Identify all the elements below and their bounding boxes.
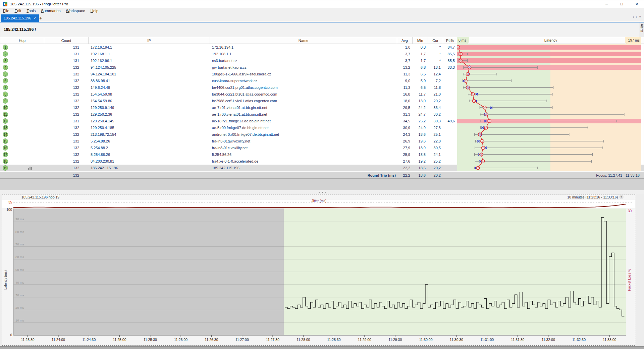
bottom-scrollbar[interactable]	[0, 346, 644, 349]
cell-name: ae-7.r01.vienat01.at.bb.gin.ntt.net	[210, 106, 397, 110]
cell-count: 132	[44, 166, 89, 170]
cell-name: andronet-0.r00.frnkge07.de.bb.gin.ntt.ne…	[210, 132, 397, 136]
tab-nav-arrows-icon[interactable]: ‹›˅	[633, 15, 643, 19]
hop-badge: 8	[3, 92, 8, 97]
cell-ip: 192.162.96.1	[89, 59, 210, 63]
col-ip[interactable]: IP	[89, 37, 210, 44]
menu-summaries[interactable]: Summaries	[38, 8, 63, 13]
cell-avg: 27,6	[397, 159, 413, 163]
cell-name: ae-5.r00.frnkge07.de.bb.gin.ntt.net	[210, 126, 397, 130]
cell-cur: 36,4	[428, 106, 443, 110]
col-hop[interactable]: Hop	[0, 37, 44, 44]
cell-avg: 26,9	[397, 139, 413, 143]
latency-scale-max: 197 ms	[625, 37, 641, 44]
cell-avg: 22,2	[397, 166, 413, 170]
cell-min: 11,7	[413, 92, 428, 96]
tab-target[interactable]: 185.242.115.196 ✓	[1, 14, 39, 22]
cell-min: 19,6	[413, 139, 428, 143]
round-trip-avg: 22,2	[397, 173, 413, 177]
hop-badge: 6	[3, 78, 8, 83]
cell-pl: 49,6	[443, 119, 457, 123]
cell-name: be4406.ccr21.prg01.atlas.cogentco.com	[210, 85, 397, 90]
cell-cur: 24,1	[428, 153, 443, 157]
timegraph-range-select[interactable]: 10 minutes (11:23:16 - 11:33:16) ▼	[567, 195, 624, 199]
svg-text:11:33:00: 11:33:00	[603, 338, 616, 342]
cell-pl: 84,7	[443, 45, 457, 49]
svg-text:11:32:30: 11:32:30	[572, 338, 586, 342]
cell-count: 132	[44, 79, 89, 83]
svg-text:Packet Loss %: Packet Loss %	[628, 269, 631, 291]
cell-count: 132	[44, 153, 89, 157]
col-count[interactable]: Count	[44, 37, 89, 44]
cell-min: 19,2	[413, 159, 428, 163]
svg-text:11:31:00: 11:31:00	[480, 338, 494, 342]
cell-cur: 20,2	[428, 166, 443, 170]
maximize-icon[interactable]: ❐	[614, 0, 629, 8]
app-icon	[3, 2, 7, 6]
cell-cur: 25,1	[428, 132, 443, 136]
cell-ip: 129.250.9.149	[89, 106, 210, 110]
cell-cur: 21,0	[428, 92, 443, 96]
cell-ip: 5.254.88.2	[89, 146, 210, 150]
hop-badge: 12	[3, 118, 8, 124]
cell-count: 132	[44, 99, 89, 103]
timegraph-plot[interactable]: 90 ms80 ms70 ms60 ms50 ms40 ms30 ms20 ms…	[2, 194, 635, 345]
hop-badge: 16	[3, 145, 8, 151]
cell-pl: 85,5	[443, 52, 457, 56]
cell-avg: 27,9	[397, 146, 413, 150]
cell-name: be2988.ccr51.vie01.atlas.cogentco.com	[210, 99, 397, 103]
svg-text:11:29:30: 11:29:30	[388, 338, 402, 342]
cell-ip: 94.124.104.101	[89, 72, 210, 76]
col-min[interactable]: Min	[413, 37, 428, 44]
cell-pl: 33,3	[443, 65, 457, 69]
col-name[interactable]: Name	[210, 37, 397, 44]
col-latency[interactable]: 0 ms Latency 197 ms	[457, 37, 644, 44]
menu-help[interactable]: Help	[88, 8, 101, 13]
menu-file[interactable]: File	[0, 8, 12, 13]
menu-workspace[interactable]: Workspace	[63, 8, 88, 13]
svg-text:11:25:00: 11:25:00	[113, 338, 126, 342]
svg-text:30 ms: 30 ms	[15, 293, 24, 297]
col-avg[interactable]: Avg	[397, 37, 413, 44]
hop-badge: 7	[3, 85, 8, 90]
cell-avg: 16,8	[397, 92, 413, 96]
trace-latency-graph[interactable]	[457, 44, 641, 171]
cell-name: 172.16.194.1	[210, 45, 397, 49]
round-trip-min: 18,6	[413, 173, 428, 177]
alerts-tab[interactable]: Alerts	[639, 22, 644, 37]
hop-badge: 11	[3, 112, 8, 117]
svg-text:80 ms: 80 ms	[15, 230, 24, 234]
cell-name: 100ge3-1-1-666.asr9k-sitel.kaora.cz	[210, 72, 397, 76]
cell-ip: 88.86.98.41	[89, 79, 210, 83]
hop-badge: 5	[3, 71, 8, 77]
splitter-handle[interactable]	[0, 190, 644, 194]
cell-cur: 12,4	[428, 72, 443, 76]
cell-avg: 1,0	[397, 45, 413, 49]
menu-bar: FileEditToolsSummariesWorkspaceHelp	[0, 8, 644, 14]
new-tab-button[interactable]: +	[37, 14, 44, 22]
menu-tools[interactable]: Tools	[24, 8, 38, 13]
cell-avg: 9,0	[397, 79, 413, 83]
svg-text:11:30:30: 11:30:30	[450, 338, 463, 342]
cell-ip: 129.250.2.36	[89, 112, 210, 116]
svg-text:11:27:00: 11:27:00	[235, 338, 249, 342]
alerts-label: Alerts	[640, 24, 644, 37]
col-pl[interactable]: PL%	[443, 37, 457, 44]
cell-cur: 11,8	[428, 85, 443, 90]
cell-name: gw-bartanet.kaora.cz	[210, 65, 397, 69]
cell-count: 132	[44, 126, 89, 130]
svg-text:11:24:30: 11:24:30	[82, 338, 96, 342]
cell-count: 132	[44, 72, 89, 76]
timegraph-panel[interactable]: 90 ms80 ms70 ms60 ms50 ms40 ms30 ms20 ms…	[2, 194, 635, 346]
svg-text:Jitter (ms): Jitter (ms)	[312, 199, 326, 203]
cell-min: 6,8	[413, 65, 428, 69]
round-trip-label: Round Trip (ms)	[210, 173, 397, 177]
cell-count: 131	[44, 45, 89, 49]
cell-min: 1,7	[413, 52, 428, 56]
cell-min: 0,3	[413, 45, 428, 49]
minimize-icon[interactable]: ─	[599, 0, 614, 8]
close-icon[interactable]: ✕	[629, 0, 644, 8]
col-cur[interactable]: Cur	[428, 37, 443, 44]
svg-text:35: 35	[8, 200, 12, 204]
menu-edit[interactable]: Edit	[12, 8, 24, 13]
